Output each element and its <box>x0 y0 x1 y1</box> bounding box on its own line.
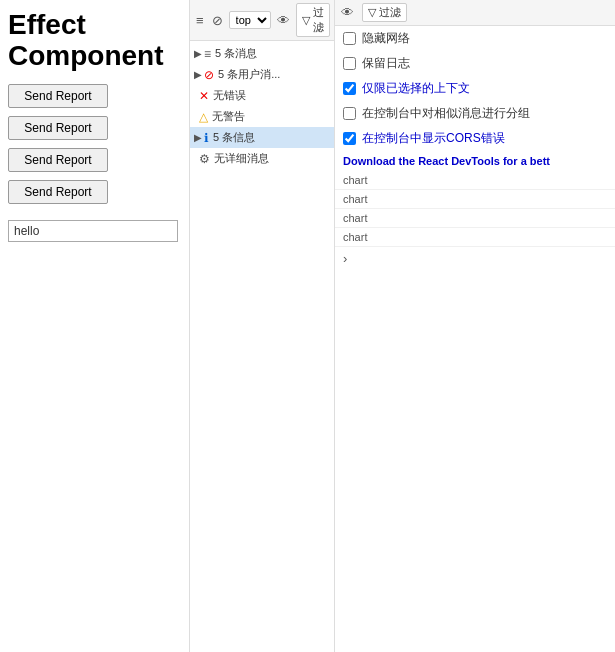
effect-component-title: EffectComponent <box>8 10 181 72</box>
item-label: 无错误 <box>213 88 246 103</box>
eye-icon[interactable]: 👁 <box>341 5 354 20</box>
eye-icon[interactable]: 👁 <box>275 12 292 29</box>
checkbox-hide-network[interactable]: 隐藏网络 <box>335 26 615 51</box>
send-report-button-4[interactable]: Send Report <box>8 180 108 204</box>
item-label: 5 条信息 <box>213 130 255 145</box>
right-panel: 👁 ▽ 过滤 隐藏网络 保留日志 仅限已选择的上下文 在控制台中对相似消息进行分… <box>335 0 615 652</box>
group-similar-checkbox[interactable] <box>343 107 356 120</box>
right-toolbar: 👁 ▽ 过滤 <box>335 0 615 26</box>
filter-button[interactable]: ▽ 过滤 <box>362 3 407 22</box>
group-similar-label: 在控制台中对相似消息进行分组 <box>362 105 530 122</box>
settings-icon: ⚙ <box>199 152 210 166</box>
download-devtools-link[interactable]: Download the React DevTools for a bett <box>335 151 615 171</box>
preserve-log-checkbox[interactable] <box>343 57 356 70</box>
level-select[interactable]: top <box>229 11 271 29</box>
arrow-icon: ▶ <box>194 69 202 80</box>
expand-arrow[interactable]: › <box>335 247 615 270</box>
list-item-user[interactable]: ▶ ⊘ 5 条用户消... <box>190 64 334 85</box>
preserve-log-label: 保留日志 <box>362 55 410 72</box>
hide-network-checkbox[interactable] <box>343 32 356 45</box>
list-icon[interactable]: ≡ <box>194 12 206 29</box>
item-label: 5 条用户消... <box>218 67 280 82</box>
item-label: 无警告 <box>212 109 245 124</box>
filter-icon: ▽ <box>302 14 310 27</box>
list-item-info[interactable]: ▶ ℹ 5 条信息 <box>190 127 334 148</box>
send-report-button-1[interactable]: Send Report <box>8 84 108 108</box>
chart-item-4: chart <box>335 228 615 247</box>
list-item-errors[interactable]: ✕ 无错误 <box>190 85 334 106</box>
filter-label: 过滤 <box>313 5 324 35</box>
arrow-icon: ▶ <box>194 132 202 143</box>
middle-toolbar: ≡ ⊘ top 👁 ▽ 过滤 <box>190 0 334 41</box>
item-label: 无详细消息 <box>214 151 269 166</box>
filter-label: 过滤 <box>379 5 401 20</box>
middle-panel: ≡ ⊘ top 👁 ▽ 过滤 ▶ ≡ 5 条消息 ▶ ⊘ 5 条用户消... ✕… <box>190 0 335 652</box>
list-item-verbose[interactable]: ⚙ 无详细消息 <box>190 148 334 169</box>
info-icon: ℹ <box>204 131 209 145</box>
chart-item-2: chart <box>335 190 615 209</box>
selected-context-label: 仅限已选择的上下文 <box>362 80 470 97</box>
arrow-spacer <box>194 111 197 122</box>
left-panel: EffectComponent Send Report Send Report … <box>0 0 190 652</box>
checkbox-group-similar[interactable]: 在控制台中对相似消息进行分组 <box>335 101 615 126</box>
hide-network-label: 隐藏网络 <box>362 30 410 47</box>
arrow-icon: ▶ <box>194 48 202 59</box>
chart-item-1: chart <box>335 171 615 190</box>
arrow-spacer <box>194 153 197 164</box>
send-report-button-3[interactable]: Send Report <box>8 148 108 172</box>
arrow-spacer <box>194 90 197 101</box>
list-icon: ≡ <box>204 47 211 61</box>
selected-context-checkbox[interactable] <box>343 82 356 95</box>
item-label: 5 条消息 <box>215 46 257 61</box>
checkbox-cors-errors[interactable]: 在控制台中显示CORS错误 <box>335 126 615 151</box>
list-item-all[interactable]: ▶ ≡ 5 条消息 <box>190 43 334 64</box>
block-icon: ⊘ <box>204 68 214 82</box>
list-item-warnings[interactable]: △ 无警告 <box>190 106 334 127</box>
filter-button[interactable]: ▽ 过滤 <box>296 3 330 37</box>
send-report-button-2[interactable]: Send Report <box>8 116 108 140</box>
checkbox-preserve-log[interactable]: 保留日志 <box>335 51 615 76</box>
error-icon: ✕ <box>199 89 209 103</box>
cors-errors-checkbox[interactable] <box>343 132 356 145</box>
chart-item-3: chart <box>335 209 615 228</box>
block-icon[interactable]: ⊘ <box>210 12 225 29</box>
warn-icon: △ <box>199 110 208 124</box>
checkbox-selected-context[interactable]: 仅限已选择的上下文 <box>335 76 615 101</box>
console-list: ▶ ≡ 5 条消息 ▶ ⊘ 5 条用户消... ✕ 无错误 △ 无警告 ▶ ℹ … <box>190 41 334 171</box>
cors-errors-label: 在控制台中显示CORS错误 <box>362 130 505 147</box>
filter-icon: ▽ <box>368 6 376 19</box>
hello-input[interactable] <box>8 220 178 242</box>
